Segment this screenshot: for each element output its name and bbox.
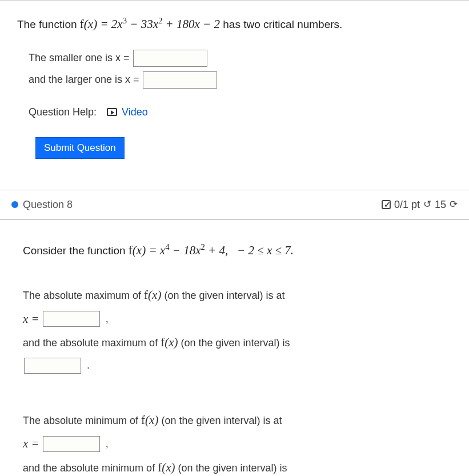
q7-larger-input[interactable] <box>143 71 217 89</box>
q8-absmax-at-post: (on the given interval) is at <box>164 290 284 301</box>
q7-help-label: Question Help: <box>29 105 97 120</box>
q7-larger-label: and the larger one is x = <box>29 72 139 87</box>
fx-2: f(x) <box>161 335 178 349</box>
question-7-body: The function f(x) = 2x3 − 33x2 + 180x − … <box>0 1 469 173</box>
q8-consider-intro: Consider the function <box>23 245 129 257</box>
comma-1: , <box>106 311 109 327</box>
q8-absmax-at-pre: The absolute maximum of <box>23 290 144 301</box>
video-icon <box>107 108 117 116</box>
q8-function: f(x) = x4 − 18x2 + 4, − 2 ≤ x ≤ 7. <box>129 243 294 257</box>
check-icon <box>382 200 391 209</box>
bullet-icon <box>11 201 18 208</box>
q8-absmin-at-input[interactable] <box>43 436 100 452</box>
q7-function: f(x) = 2x3 − 33x2 + 180x − 2 <box>80 17 223 31</box>
q7-intro: The function <box>17 18 80 30</box>
q7-smaller-input[interactable] <box>133 50 207 67</box>
q8-title: Question 8 <box>23 197 73 213</box>
comma-2: , <box>106 436 109 451</box>
question-8-header: Question 8 0/1 pt ↺ 15 ⟳ <box>0 190 469 220</box>
fx-1: f(x) <box>144 288 161 302</box>
question-8-body: Consider the function f(x) = x4 − 18x2 +… <box>0 220 469 477</box>
submit-question-button[interactable]: Submit Question <box>35 137 125 159</box>
q8-absmin-at-pre: The absolute minimum of <box>23 415 141 426</box>
fx-3: f(x) <box>141 413 158 427</box>
q8-points: 0/1 pt <box>394 197 420 213</box>
q8-absmax-is-post: (on the given interval) is <box>181 337 290 349</box>
q8-absmin-at-post: (on the given interval) is at <box>161 415 282 426</box>
x-eq-1: x = <box>23 310 39 329</box>
q7-prompt: The function f(x) = 2x3 − 33x2 + 180x − … <box>17 14 452 34</box>
q8-attempts: 15 <box>435 197 446 213</box>
refresh-icon[interactable]: ⟳ <box>450 197 458 212</box>
retry-icon: ↺ <box>423 197 431 212</box>
q8-absmax-is-pre: and the absolute maximum of <box>23 337 161 349</box>
q7-smaller-label: The smaller one is x = <box>29 50 130 66</box>
fx-4: f(x) <box>158 461 175 474</box>
q7-outro: has two critical numbers. <box>223 18 342 30</box>
q8-absmin-is-post: (on the given interval) is <box>178 462 287 474</box>
period-1: . <box>87 358 90 373</box>
q8-absmin-is-pre: and the absolute minimum of <box>23 462 158 474</box>
q8-absmax-is-input[interactable] <box>24 358 81 374</box>
q8-absmax-at-input[interactable] <box>43 311 100 327</box>
x-eq-2: x = <box>23 435 39 453</box>
q7-video-link[interactable]: Video <box>122 105 148 120</box>
